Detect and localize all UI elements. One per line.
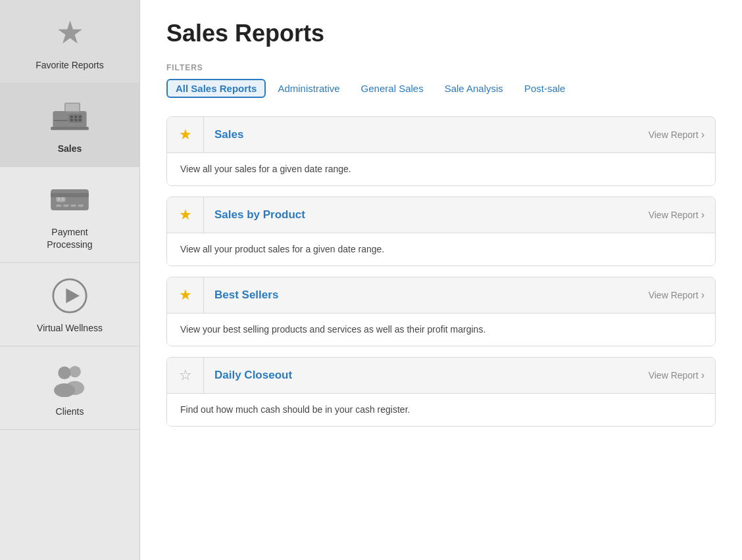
report-card-header: ★ Sales View Report › bbox=[167, 117, 715, 153]
report-title: Sales by Product bbox=[214, 208, 305, 221]
svg-rect-6 bbox=[70, 116, 73, 118]
chevron-right-icon: › bbox=[701, 129, 705, 141]
filter-tab-administrative[interactable]: Administrative bbox=[268, 79, 349, 98]
svg-rect-3 bbox=[68, 114, 82, 123]
report-favorite-button-best-sellers[interactable]: ★ bbox=[167, 277, 204, 313]
filter-tab-general-sales[interactable]: General Sales bbox=[352, 79, 433, 98]
sidebar-item-label: PaymentProcessing bbox=[47, 226, 92, 250]
report-card-header: ★ Best Sellers View Report › bbox=[167, 277, 715, 314]
report-card-body: Find out how much cash should be in your… bbox=[167, 394, 715, 426]
sidebar-item-label: Favorite Reports bbox=[36, 59, 103, 71]
star-icon: ★ bbox=[49, 12, 91, 54]
star-filled-icon: ★ bbox=[179, 126, 192, 143]
report-title-area: Sales by Product bbox=[204, 208, 638, 222]
svg-rect-19 bbox=[71, 205, 76, 207]
star-filled-icon: ★ bbox=[179, 206, 192, 223]
clients-icon bbox=[49, 358, 91, 400]
report-favorite-button-sales[interactable]: ★ bbox=[167, 117, 204, 152]
svg-rect-4 bbox=[51, 127, 89, 130]
report-description: View all your product sales for a given … bbox=[180, 243, 702, 256]
svg-rect-16 bbox=[51, 193, 89, 197]
svg-rect-8 bbox=[79, 116, 82, 118]
svg-rect-9 bbox=[70, 119, 73, 121]
svg-rect-2 bbox=[66, 104, 80, 111]
report-card-body: View all your product sales for a given … bbox=[167, 233, 715, 266]
sidebar-item-virtual-wellness[interactable]: Virtual Wellness bbox=[0, 263, 139, 346]
report-title-area: Daily Closeout bbox=[204, 369, 638, 382]
report-title-area: Best Sellers bbox=[204, 289, 638, 302]
star-empty-icon: ☆ bbox=[179, 367, 192, 384]
report-card-header: ★ Sales by Product View Report › bbox=[167, 197, 715, 233]
report-card-sales-by-product: ★ Sales by Product View Report › View al… bbox=[166, 197, 716, 266]
report-favorite-button-sales-by-product[interactable]: ★ bbox=[167, 197, 204, 233]
report-view-link-sales-by-product[interactable]: View Report › bbox=[638, 209, 715, 221]
register-icon bbox=[49, 95, 91, 137]
chevron-right-icon: › bbox=[701, 369, 705, 381]
svg-rect-20 bbox=[78, 205, 84, 207]
report-card-body: View all your sales for a given date ran… bbox=[167, 153, 715, 185]
sidebar-item-label: Sales bbox=[58, 143, 82, 154]
sidebar: ★ Favorite Reports bbox=[0, 0, 140, 560]
svg-point-26 bbox=[54, 383, 75, 397]
report-view-link-best-sellers[interactable]: View Report › bbox=[638, 289, 715, 301]
report-view-link-sales[interactable]: View Report › bbox=[638, 129, 715, 141]
payment-card-icon bbox=[49, 179, 91, 221]
sidebar-item-payment-processing[interactable]: PaymentProcessing bbox=[0, 167, 139, 262]
svg-rect-11 bbox=[79, 119, 82, 121]
svg-rect-7 bbox=[74, 116, 77, 118]
page-title: Sales Reports bbox=[166, 20, 716, 47]
view-report-label: View Report bbox=[649, 210, 699, 220]
report-favorite-button-daily-closeout[interactable]: ☆ bbox=[167, 358, 204, 393]
report-view-link-daily-closeout[interactable]: View Report › bbox=[638, 369, 715, 381]
filters-label: FILTERS bbox=[166, 63, 716, 72]
view-report-label: View Report bbox=[649, 129, 699, 140]
main-content: Sales Reports FILTERS All Sales Reports … bbox=[140, 0, 742, 560]
filter-tab-sale-analysis[interactable]: Sale Analysis bbox=[435, 79, 512, 98]
sidebar-item-clients[interactable]: Clients bbox=[0, 346, 139, 430]
svg-marker-22 bbox=[66, 289, 80, 303]
report-description: View all your sales for a given date ran… bbox=[180, 162, 702, 176]
filter-tabs: All Sales Reports Administrative General… bbox=[166, 79, 716, 98]
svg-point-23 bbox=[69, 366, 81, 378]
sidebar-item-favorite-reports[interactable]: ★ Favorite Reports bbox=[0, 0, 139, 83]
report-card-header: ☆ Daily Closeout View Report › bbox=[167, 358, 715, 394]
report-title: Daily Closeout bbox=[214, 369, 292, 381]
play-circle-icon bbox=[49, 275, 91, 317]
sidebar-item-label: Clients bbox=[56, 406, 84, 417]
filter-tab-all[interactable]: All Sales Reports bbox=[166, 79, 266, 98]
report-card-daily-closeout: ☆ Daily Closeout View Report › Find out … bbox=[166, 357, 716, 427]
chevron-right-icon: › bbox=[701, 289, 705, 301]
report-title: Sales bbox=[214, 128, 243, 141]
view-report-label: View Report bbox=[649, 290, 699, 300]
report-card-body: View your best selling products and serv… bbox=[167, 314, 715, 346]
report-description: View your best selling products and serv… bbox=[180, 323, 702, 337]
star-filled-icon: ★ bbox=[179, 287, 192, 304]
svg-rect-18 bbox=[63, 205, 68, 207]
filter-tab-post-sale[interactable]: Post-sale bbox=[515, 79, 575, 98]
report-card-best-sellers: ★ Best Sellers View Report › View your b… bbox=[166, 277, 716, 346]
sidebar-item-label: Virtual Wellness bbox=[37, 322, 103, 334]
report-title-area: Sales bbox=[204, 128, 638, 141]
chevron-right-icon: › bbox=[701, 209, 705, 221]
report-card-sales: ★ Sales View Report › View all your sale… bbox=[166, 116, 716, 186]
svg-point-25 bbox=[58, 366, 70, 379]
report-description: Find out how much cash should be in your… bbox=[180, 403, 702, 417]
view-report-label: View Report bbox=[649, 370, 699, 381]
svg-rect-17 bbox=[56, 205, 61, 207]
svg-rect-10 bbox=[74, 119, 77, 121]
report-title: Best Sellers bbox=[214, 289, 278, 301]
sidebar-item-sales[interactable]: Sales bbox=[0, 83, 139, 167]
